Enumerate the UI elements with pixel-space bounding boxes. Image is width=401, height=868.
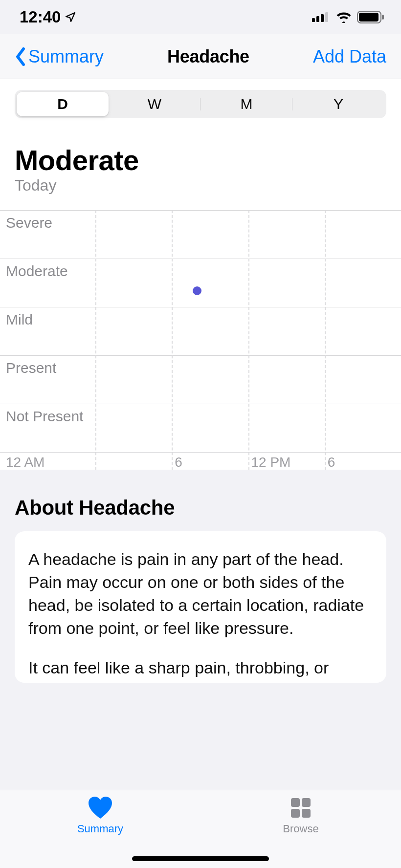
battery-icon <box>357 11 384 23</box>
status-time-group: 12:40 <box>20 8 76 26</box>
chart-row: Not Present <box>0 404 401 452</box>
svg-rect-0 <box>312 18 315 22</box>
svg-rect-10 <box>302 809 311 818</box>
chart-gridline <box>248 210 249 470</box>
cellular-icon <box>312 11 331 23</box>
about-section: About Headache A headache is pain in any… <box>0 470 401 683</box>
back-label: Summary <box>28 46 104 67</box>
about-body-continued: It can feel like a sharp pain, throbbing… <box>28 656 373 679</box>
status-time: 12:40 <box>20 8 61 26</box>
segment-year[interactable]: Y <box>292 92 384 116</box>
segment-label: W <box>148 96 161 112</box>
svg-rect-2 <box>321 14 324 22</box>
segment-day[interactable]: D <box>17 92 109 116</box>
reading-header: Moderate Today <box>0 118 401 199</box>
svg-rect-1 <box>316 16 319 22</box>
chart-y-label: Present <box>6 360 56 376</box>
add-data-button[interactable]: Add Data <box>313 46 386 67</box>
heart-icon <box>88 796 113 820</box>
nav-bar: Summary Headache Add Data <box>0 34 401 79</box>
chart-y-label: Not Present <box>6 408 83 425</box>
chart-x-label: 6 <box>328 455 335 470</box>
home-indicator[interactable] <box>132 856 269 861</box>
wifi-icon <box>335 11 352 23</box>
about-heading: About Headache <box>15 496 386 520</box>
svg-rect-7 <box>291 798 300 807</box>
tab-label: Browse <box>283 823 318 835</box>
chart-x-label: 12 PM <box>251 455 291 470</box>
segment-label: D <box>57 96 68 112</box>
status-right <box>312 11 384 23</box>
chart-gridline <box>95 210 96 470</box>
reading-value: Moderate <box>15 144 386 176</box>
tab-bar: Summary Browse <box>0 790 401 868</box>
chart-row: Mild <box>0 307 401 355</box>
back-button[interactable]: Summary <box>15 46 104 67</box>
svg-rect-5 <box>359 13 379 22</box>
chart-gridline <box>325 210 326 470</box>
reading-date: Today <box>15 176 386 195</box>
segmented-control-container: D W M Y <box>0 79 401 118</box>
svg-rect-8 <box>302 798 311 807</box>
content-area: D W M Y Moderate Today SevereModerateMil… <box>0 79 401 683</box>
svg-rect-3 <box>325 12 328 22</box>
chart-x-axis: 12 AM612 PM6 <box>0 452 401 470</box>
about-card[interactable]: A headache is pain in any part of the he… <box>15 531 386 683</box>
about-body: A headache is pain in any part of the he… <box>28 548 373 640</box>
time-range-segmented-control: D W M Y <box>15 90 386 118</box>
chart-y-label: Moderate <box>6 263 68 280</box>
page-title: Headache <box>167 46 249 67</box>
segment-week[interactable]: W <box>109 92 200 116</box>
segment-label: Y <box>334 96 343 112</box>
segment-label: M <box>241 96 253 112</box>
segment-month[interactable]: M <box>200 92 292 116</box>
chevron-left-icon <box>15 47 26 66</box>
svg-rect-6 <box>382 15 384 20</box>
status-bar: 12:40 <box>0 0 401 34</box>
tab-label: Summary <box>77 823 123 835</box>
chart-gridline <box>172 210 173 470</box>
location-icon <box>65 11 76 23</box>
chart-x-label: 6 <box>175 455 182 470</box>
chart-row: Moderate <box>0 259 401 307</box>
chart-row: Present <box>0 355 401 404</box>
chart-y-label: Severe <box>6 215 52 231</box>
chart-x-label: 12 AM <box>6 455 45 470</box>
headache-chart[interactable]: SevereModerateMildPresentNot Present12 A… <box>0 210 401 470</box>
chart-row: Severe <box>0 210 401 259</box>
grid-icon <box>289 796 312 820</box>
svg-rect-9 <box>291 809 300 818</box>
chart-y-label: Mild <box>6 311 33 328</box>
